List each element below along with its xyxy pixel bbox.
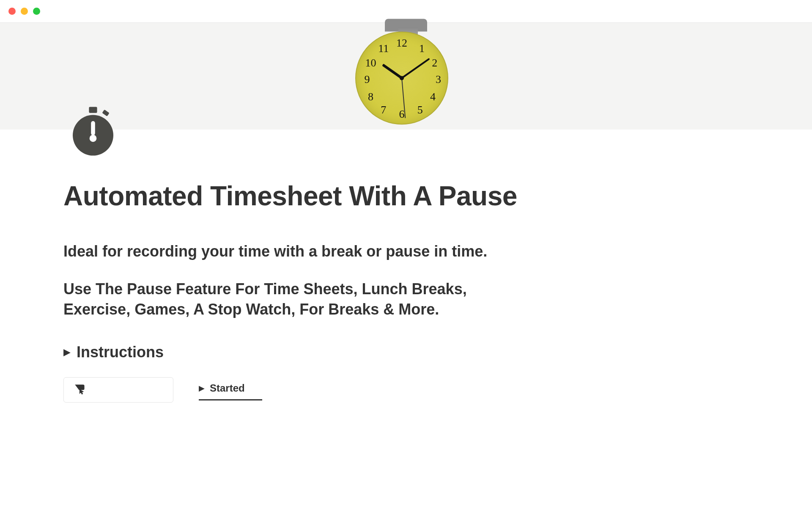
clock-number: 12 xyxy=(396,37,407,50)
callout-block[interactable] xyxy=(63,377,173,403)
clock-number: 3 xyxy=(436,74,441,86)
active-tab-underline xyxy=(199,399,262,400)
clock-number: 1 xyxy=(419,42,425,55)
window-close-button[interactable] xyxy=(8,8,16,15)
svg-point-4 xyxy=(90,135,97,142)
clock-number: 8 xyxy=(368,91,373,104)
page-subtitle-primary: Ideal for recording your time with a bre… xyxy=(63,241,749,262)
page-subtitle-secondary: Use The Pause Feature For Time Sheets, L… xyxy=(63,279,529,320)
svg-rect-0 xyxy=(89,107,97,113)
clock-number: 7 xyxy=(381,104,386,116)
view-tab-label: Started xyxy=(210,382,245,394)
stopwatch-icon xyxy=(68,151,118,158)
cover-image: 12 1 2 3 4 5 6 7 8 9 10 11 xyxy=(0,23,812,130)
clock-number: 5 xyxy=(417,104,423,116)
clock-number: 11 xyxy=(378,42,389,55)
toggle-instructions[interactable]: ▶ Instructions xyxy=(63,343,749,361)
window-maximize-button[interactable] xyxy=(33,8,40,15)
svg-rect-1 xyxy=(102,110,109,116)
database-view-tabs: ▶ Started xyxy=(199,377,262,400)
page-title: Automated Timesheet With A Pause xyxy=(63,180,749,212)
toggle-instructions-label: Instructions xyxy=(77,343,164,361)
page-icon-stopwatch[interactable] xyxy=(68,106,118,158)
clock-number: 6 xyxy=(399,108,405,121)
view-tab-started[interactable]: ▶ Started xyxy=(199,382,262,398)
clock-number: 9 xyxy=(364,74,370,86)
play-icon: ▶ xyxy=(199,384,205,393)
window-minimize-button[interactable] xyxy=(21,8,28,15)
cursor-click-icon xyxy=(73,382,88,398)
hero-clock-illustration: 12 1 2 3 4 5 6 7 8 9 10 11 xyxy=(355,31,457,133)
svg-rect-3 xyxy=(91,121,95,135)
clock-face: 12 1 2 3 4 5 6 7 8 9 10 11 xyxy=(355,31,448,124)
clock-number: 4 xyxy=(430,91,436,104)
toggle-caret-icon: ▶ xyxy=(63,347,71,358)
page-content: Automated Timesheet With A Pause Ideal f… xyxy=(0,130,812,403)
clock-number: 10 xyxy=(365,57,376,70)
clock-number: 2 xyxy=(432,57,437,70)
